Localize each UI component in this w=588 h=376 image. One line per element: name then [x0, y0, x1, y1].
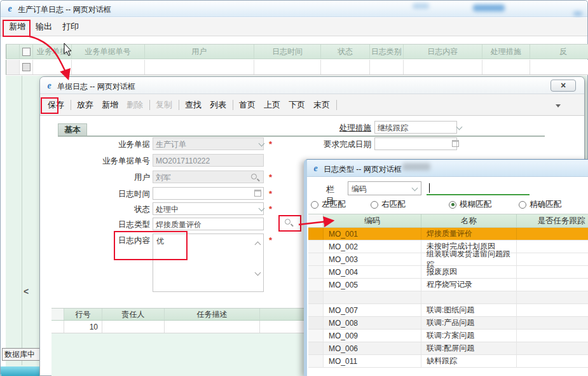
toolbar-button-新增[interactable]: 新增	[9, 21, 25, 32]
toolbar-overflow-arrow-icon[interactable]	[556, 104, 561, 108]
toolbar-button-放弃[interactable]: 放弃	[74, 97, 97, 113]
grid-cell[interactable]	[530, 60, 588, 74]
grid-cell[interactable]	[145, 60, 254, 74]
search-icon[interactable]	[251, 174, 257, 179]
doc-number-field[interactable]: MO2017110222	[153, 154, 264, 167]
close-button[interactable]: ×	[550, 80, 576, 92]
business-doc-select[interactable]: 生产订单	[153, 137, 264, 150]
name-cell[interactable]: 联调:产品问题	[421, 317, 517, 329]
radio-circle-icon[interactable]	[311, 201, 318, 209]
radio-circle-icon[interactable]	[449, 201, 456, 209]
log-type-row[interactable]	[308, 291, 588, 304]
toolbar-button-末页[interactable]: 末页	[310, 97, 333, 113]
radio-模糊匹配[interactable]: 模糊匹配	[449, 199, 491, 210]
log-type-row[interactable]: MO_005程序烧写记录	[308, 279, 588, 291]
toolbar-button-新增[interactable]: 新增	[99, 97, 121, 113]
grid-cell[interactable]	[482, 60, 530, 74]
name-cell[interactable]: 组装联调发货遗留问题跟踪	[421, 253, 517, 265]
radio-circle-icon[interactable]	[371, 201, 378, 209]
track-cell[interactable]	[517, 253, 588, 265]
track-cell[interactable]	[517, 291, 588, 303]
track-cell[interactable]	[517, 342, 588, 354]
grid-cell[interactable]	[321, 60, 370, 74]
log-type-field[interactable]: 焊接质量评价	[153, 218, 264, 230]
row-checkbox-cell[interactable]	[20, 60, 33, 74]
track-cell[interactable]	[517, 279, 588, 291]
grid-cell[interactable]	[72, 60, 145, 74]
code-cell[interactable]: MO_004	[324, 266, 421, 278]
row-checkbox[interactable]	[22, 63, 31, 71]
toolbar-button-打印[interactable]: 打印	[62, 21, 79, 32]
user-field[interactable]: 刘军	[153, 171, 264, 183]
select-all-checkbox[interactable]	[22, 48, 31, 56]
track-cell[interactable]	[517, 266, 588, 278]
select-all-checkbox-cell[interactable]	[20, 45, 33, 59]
tab-basic[interactable]: 基本	[58, 123, 87, 136]
track-cell[interactable]	[517, 317, 588, 329]
log-type-row[interactable]: MO_011缺料跟踪	[308, 355, 588, 368]
grid-cell[interactable]	[33, 60, 71, 74]
desc-cell[interactable]	[165, 321, 260, 333]
scroll-up-icon[interactable]	[255, 242, 261, 248]
track-cell[interactable]	[517, 330, 588, 342]
toolbar-button-首页[interactable]: 首页	[236, 97, 259, 113]
measure-label[interactable]: 处理措施	[276, 121, 371, 134]
toolbar-button-保存[interactable]: 保存	[44, 97, 67, 113]
production-grid-empty-row[interactable]	[6, 60, 588, 75]
owner-cell[interactable]	[102, 321, 165, 333]
radio-左匹配[interactable]: 左匹配	[311, 199, 346, 210]
log-type-row[interactable]: MO_008联调:产品问题	[308, 317, 588, 330]
toolbar-button-下页[interactable]: 下页	[285, 97, 308, 113]
code-cell[interactable]: MO_008	[324, 317, 421, 329]
calendar-icon[interactable]	[452, 140, 459, 147]
track-cell[interactable]	[517, 355, 588, 367]
code-cell[interactable]: MO_007	[324, 304, 421, 316]
name-cell[interactable]: 报废原因	[421, 266, 517, 278]
track-cell[interactable]	[517, 228, 588, 240]
toolbar-button-上页[interactable]: 上页	[261, 97, 284, 113]
grid-cell[interactable]	[254, 60, 321, 74]
code-cell[interactable]: MO_003	[324, 253, 421, 265]
track-cell[interactable]	[517, 304, 588, 316]
name-cell[interactable]: 程序烧写记录	[421, 279, 517, 291]
code-cell[interactable]: MO_011	[324, 355, 421, 367]
name-cell[interactable]: 联调:方案问题	[421, 330, 517, 342]
radio-circle-icon[interactable]	[519, 201, 526, 209]
log-type-row[interactable]: MO_006联调:配屏问题	[308, 342, 588, 355]
code-cell[interactable]: MO_009	[324, 330, 421, 342]
calendar-icon[interactable]	[254, 190, 261, 197]
track-cell[interactable]	[517, 240, 588, 253]
filter-field-select[interactable]: 编码	[348, 181, 421, 195]
toolbar-button-查找[interactable]: 查找	[182, 97, 205, 113]
grid-cell[interactable]	[370, 60, 404, 74]
line-no-cell[interactable]: 10	[64, 321, 102, 333]
code-cell[interactable]: MO_001	[324, 228, 421, 240]
grid-cell[interactable]	[404, 60, 482, 74]
search-input[interactable]	[427, 181, 530, 195]
code-cell[interactable]	[324, 291, 421, 303]
measure-select[interactable]: 继续跟踪	[374, 121, 457, 134]
log-type-row[interactable]: MO_009联调:方案问题	[308, 330, 588, 342]
radio-右匹配[interactable]: 右匹配	[371, 199, 406, 210]
name-cell[interactable]: 缺料跟踪	[421, 355, 517, 367]
name-cell[interactable]: 联调:图纸问题	[421, 304, 517, 316]
log-type-lookup-icon[interactable]	[285, 219, 291, 225]
status-select[interactable]: 处理中	[153, 202, 264, 215]
log-type-row[interactable]: MO_007联调:图纸问题	[308, 304, 588, 317]
name-cell[interactable]: 焊接质量评价	[421, 228, 517, 240]
code-cell[interactable]: MO_005	[324, 279, 421, 291]
code-cell[interactable]: MO_002	[324, 240, 421, 253]
collapse-panel-arrow-icon[interactable]: <	[24, 286, 29, 296]
toolbar-button-输出[interactable]: 输出	[36, 21, 52, 32]
toolbar-button-列表[interactable]: 列表	[207, 97, 229, 113]
code-cell[interactable]: MO_006	[324, 342, 421, 354]
log-type-row[interactable]: MO_003组装联调发货遗留问题跟踪	[308, 253, 588, 266]
radio-精确匹配[interactable]: 精确匹配	[519, 199, 561, 210]
due-date-field[interactable]	[374, 137, 457, 150]
log-type-row[interactable]: MO_001焊接质量评价	[308, 228, 588, 240]
name-cell[interactable]: 联调:配屏问题	[421, 342, 517, 354]
name-cell[interactable]	[421, 291, 517, 303]
log-time-field[interactable]	[153, 187, 264, 200]
scroll-down-icon[interactable]	[255, 270, 261, 276]
log-type-row[interactable]: MO_004报废原因	[308, 266, 588, 279]
